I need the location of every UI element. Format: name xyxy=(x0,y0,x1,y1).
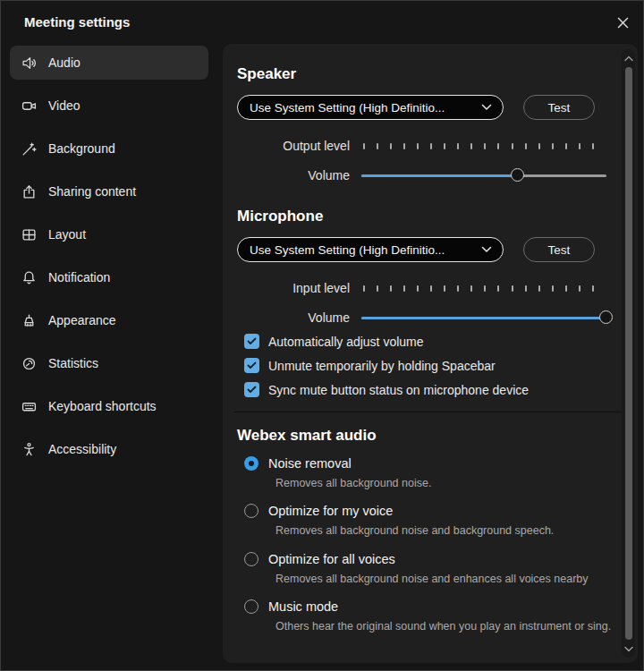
radio-label: Optimize for all voices xyxy=(268,552,395,566)
level-tick xyxy=(444,143,445,149)
check-icon xyxy=(247,337,257,345)
share-content-icon xyxy=(21,184,37,200)
speaker-device-value: Use System Setting (High Definitio... xyxy=(250,101,481,115)
sidebar-item-sharing-content[interactable]: Sharing content xyxy=(10,174,208,208)
scroll-up-button[interactable] xyxy=(622,51,635,65)
dialog-title: Meeting settings xyxy=(24,14,130,30)
level-tick xyxy=(525,285,527,292)
level-tick xyxy=(390,285,392,292)
check-icon xyxy=(247,361,257,369)
speaker-volume-thumb[interactable] xyxy=(511,168,524,182)
sidebar-item-notification[interactable]: Notification xyxy=(10,260,208,294)
sidebar-item-label: Audio xyxy=(48,55,80,70)
level-tick xyxy=(457,285,459,292)
microphone-test-button[interactable]: Test xyxy=(523,237,595,262)
radio-description: Removes all background noise. xyxy=(275,475,614,492)
checkbox-label: Automatically adjust volume xyxy=(268,335,424,349)
level-tick xyxy=(403,143,405,149)
close-icon xyxy=(617,17,629,29)
auto-adjust-volume-row: Automatically adjust volume xyxy=(244,334,614,349)
sidebar-item-label: Accessibility xyxy=(48,442,116,456)
radio-description: Others hear the original sound when you … xyxy=(275,618,614,635)
music-mode-radio[interactable] xyxy=(244,599,258,614)
speaker-volume-slider[interactable] xyxy=(361,168,606,183)
scrollbar[interactable] xyxy=(622,49,635,658)
paintbrush-icon xyxy=(21,313,37,328)
checkbox-label: Sync mute button status on microphone de… xyxy=(268,383,529,397)
level-tick xyxy=(430,285,432,292)
scroll-down-button[interactable] xyxy=(622,641,635,656)
sidebar-item-accessibility[interactable]: Accessibility xyxy=(10,432,208,466)
sidebar-item-label: Video xyxy=(48,98,80,113)
input-level-label: Input level xyxy=(237,281,350,295)
level-tick xyxy=(417,143,419,149)
sync-mute-button-checkbox[interactable] xyxy=(244,382,259,397)
output-level-label: Output level xyxy=(237,139,350,153)
smart-audio-heading: Webex smart audio xyxy=(237,427,614,445)
sidebar-item-label: Sharing content xyxy=(48,184,136,199)
sidebar-item-keyboard-shortcuts[interactable]: Keyboard shortcuts xyxy=(10,389,208,423)
level-tick xyxy=(457,143,459,149)
scrollbar-thumb[interactable] xyxy=(625,67,632,640)
settings-sidebar: Audio Video Background Sharing content L… xyxy=(10,46,208,475)
microphone-volume-label: Volume xyxy=(237,310,350,325)
sidebar-item-audio[interactable]: Audio xyxy=(10,46,208,80)
chevron-down-icon xyxy=(481,104,492,111)
level-tick xyxy=(363,285,365,292)
sidebar-item-statistics[interactable]: Statistics xyxy=(10,346,208,380)
speaker-device-dropdown[interactable]: Use System Setting (High Definitio... xyxy=(237,95,504,120)
radio-label: Music mode xyxy=(268,599,338,614)
speaker-test-button[interactable]: Test xyxy=(523,95,595,120)
meeting-settings-dialog: { "window": { "title": "Meeting settings… xyxy=(0,0,644,671)
level-tick xyxy=(592,143,594,149)
noise-removal-radio[interactable] xyxy=(244,456,258,471)
sidebar-item-layout[interactable]: Layout xyxy=(10,217,208,251)
level-tick xyxy=(403,285,405,292)
keyboard-icon xyxy=(21,399,37,414)
magic-wand-icon xyxy=(21,141,37,157)
sidebar-item-background[interactable]: Background xyxy=(10,132,208,166)
chevron-down-icon xyxy=(624,646,633,652)
radio-label: Optimize for my voice xyxy=(268,504,393,518)
speaker-heading: Speaker xyxy=(237,65,614,83)
level-tick xyxy=(470,143,472,149)
radio-description: Removes all background noise and backgro… xyxy=(275,522,614,539)
level-tick xyxy=(444,285,445,292)
music-mode-row: Music mode xyxy=(244,599,614,614)
microphone-volume-slider[interactable] xyxy=(361,310,606,325)
sidebar-item-video[interactable]: Video xyxy=(10,89,208,123)
sidebar-item-label: Keyboard shortcuts xyxy=(48,399,157,413)
level-tick xyxy=(430,143,432,149)
accessibility-icon xyxy=(21,442,37,457)
auto-adjust-volume-checkbox[interactable] xyxy=(244,334,259,349)
level-tick xyxy=(377,285,378,292)
level-tick xyxy=(497,285,499,292)
bell-icon xyxy=(21,270,37,285)
optimize-all-voices-radio[interactable] xyxy=(244,552,258,566)
sidebar-item-appearance[interactable]: Appearance xyxy=(10,303,208,337)
unmute-spacebar-checkbox[interactable] xyxy=(244,358,259,373)
camera-icon xyxy=(21,98,37,114)
level-tick xyxy=(552,285,554,292)
chevron-up-icon xyxy=(624,55,633,62)
level-tick xyxy=(512,285,513,292)
close-button[interactable] xyxy=(613,13,632,32)
optimize-my-voice-row: Optimize for my voice xyxy=(244,504,614,518)
input-level-meter xyxy=(363,285,594,292)
statistics-icon xyxy=(21,356,37,371)
level-tick xyxy=(565,285,567,292)
output-level-meter xyxy=(363,143,594,149)
sync-mute-button-row: Sync mute button status on microphone de… xyxy=(244,382,614,397)
level-tick xyxy=(592,285,594,292)
level-tick xyxy=(377,143,378,149)
level-tick xyxy=(565,143,567,149)
optimize-my-voice-radio[interactable] xyxy=(244,504,258,518)
audio-settings-panel: Speaker Use System Setting (High Definit… xyxy=(223,44,638,663)
microphone-device-dropdown[interactable]: Use System Setting (High Definitio... xyxy=(237,237,504,262)
section-divider xyxy=(233,412,623,412)
level-tick xyxy=(552,143,554,149)
level-tick xyxy=(484,285,486,292)
microphone-volume-thumb[interactable] xyxy=(599,310,613,324)
level-tick xyxy=(538,285,540,292)
layout-grid-icon xyxy=(21,227,37,242)
